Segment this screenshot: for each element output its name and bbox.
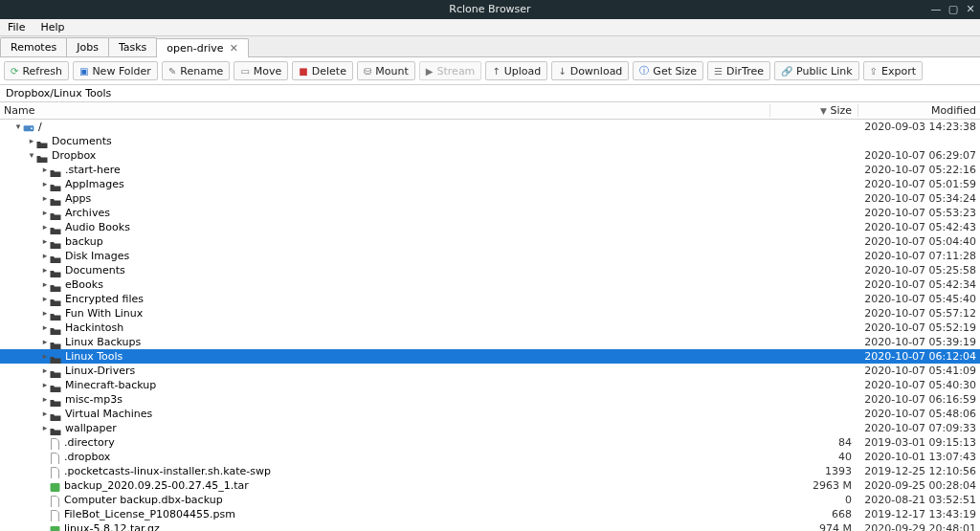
dir-tree-button[interactable]: ☰DirTree <box>707 61 770 80</box>
name-cell: Computer backup.dbx-backup <box>0 493 769 507</box>
file-row[interactable]: backup_2020.09.25-00.27.45_1.tar2963 M20… <box>0 478 980 493</box>
folder-row[interactable]: ▸backup2020-10-07 05:04:40 <box>0 234 980 249</box>
expand-icon[interactable]: ▸ <box>40 292 50 306</box>
expand-icon[interactable]: ▸ <box>40 364 50 378</box>
row-name-label: Documents <box>65 263 125 277</box>
file-row[interactable]: FileBot_License_P10804455.psm6682019-12-… <box>0 507 980 521</box>
modified-cell: 2020-10-07 05:34:24 <box>858 191 980 206</box>
file-tree[interactable]: ▾/2020-09-03 14:23:38▸Documents▾Dropbox2… <box>0 120 980 531</box>
expand-icon[interactable]: ▸ <box>40 392 50 407</box>
folder-row[interactable]: ▸Virtual Machines2020-10-07 05:48:06 <box>0 407 980 421</box>
delete-button[interactable]: ■Delete <box>292 61 353 80</box>
expand-icon[interactable]: ▸ <box>40 378 50 392</box>
file-row[interactable]: linux-5.8.12.tar.gz974 M2020-09-29 20:48… <box>0 521 980 531</box>
folder-row[interactable]: ▸Documents <box>0 134 980 148</box>
modified-cell: 2020-10-07 05:57:12 <box>858 306 980 321</box>
export-button[interactable]: ⇪Export <box>863 61 923 80</box>
folder-row[interactable]: ▸Documents2020-10-07 05:25:58 <box>0 263 980 277</box>
file-row[interactable]: .directory842019-03-01 09:15:13 <box>0 435 980 450</box>
folder-row[interactable]: ▸Disk Images2020-10-07 07:11:28 <box>0 249 980 263</box>
close-icon[interactable]: ✕ <box>230 42 238 55</box>
expand-icon[interactable]: ▸ <box>40 249 50 263</box>
expand-icon[interactable]: ▸ <box>40 321 50 335</box>
file-row[interactable]: Computer backup.dbx-backup02020-08-21 03… <box>0 493 980 507</box>
folder-row[interactable]: ▸Linux Tools2020-10-07 06:12:04 <box>0 349 980 364</box>
expand-icon[interactable]: ▸ <box>40 349 50 364</box>
window-maximize-button[interactable]: ▢ <box>947 0 959 19</box>
folder-row[interactable]: ▸.start-here2020-10-07 05:22:16 <box>0 163 980 177</box>
new-folder-button[interactable]: ▣New Folder <box>73 61 158 80</box>
folder-row[interactable]: ▸Encrypted files2020-10-07 05:45:40 <box>0 292 980 306</box>
modified-cell: 2020-10-01 13:07:43 <box>858 450 980 464</box>
refresh-button[interactable]: ⟳Refresh <box>4 61 69 80</box>
folder-row[interactable]: ▸misc-mp3s2020-10-07 06:16:59 <box>0 392 980 407</box>
expand-icon[interactable]: ▸ <box>40 335 50 349</box>
expand-icon[interactable]: ▸ <box>40 407 50 421</box>
folder-icon <box>50 237 61 247</box>
folder-row[interactable]: ▾Dropbox2020-10-07 06:29:07 <box>0 148 980 163</box>
rename-icon: ✎ <box>168 66 176 77</box>
name-cell: ▸AppImages <box>0 177 769 191</box>
tab-tasks[interactable]: Tasks <box>108 37 157 56</box>
header-modified[interactable]: Modified <box>858 104 980 117</box>
expand-icon[interactable]: ▸ <box>40 206 50 220</box>
modified-cell: 2020-10-07 05:22:16 <box>858 163 980 177</box>
expand-icon[interactable]: ▸ <box>40 263 50 277</box>
window-close-button[interactable]: ✕ <box>965 0 976 19</box>
expand-icon[interactable]: ▸ <box>40 191 50 206</box>
menu-file[interactable]: File <box>0 19 33 35</box>
expand-icon[interactable]: ▸ <box>40 306 50 321</box>
header-name[interactable]: Name <box>0 104 769 117</box>
folder-row[interactable]: ▸Fun With Linux2020-10-07 05:57:12 <box>0 306 980 321</box>
folder-row[interactable]: ▸Archives2020-10-07 05:53:23 <box>0 206 980 220</box>
folder-icon <box>50 266 61 276</box>
download-button[interactable]: ↓Download <box>551 61 629 80</box>
menu-help[interactable]: Help <box>33 19 72 35</box>
file-row[interactable]: .dropbox402020-10-01 13:07:43 <box>0 450 980 464</box>
folder-row[interactable]: ▸Hackintosh2020-10-07 05:52:19 <box>0 321 980 335</box>
folder-row[interactable]: ▸AppImages2020-10-07 05:01:59 <box>0 177 980 191</box>
mount-button[interactable]: ⛁Mount <box>357 61 415 80</box>
expand-icon[interactable]: ▸ <box>40 421 50 435</box>
move-button[interactable]: ▭Move <box>234 61 288 80</box>
expand-icon[interactable]: ▸ <box>27 134 36 148</box>
folder-row[interactable]: ▸Apps2020-10-07 05:34:24 <box>0 191 980 206</box>
public-link-button[interactable]: 🔗Public Link <box>774 61 859 80</box>
row-name-label: Fun With Linux <box>65 306 143 321</box>
name-cell: ▸wallpaper <box>0 421 769 435</box>
folder-row[interactable]: ▸Audio Books2020-10-07 05:42:43 <box>0 220 980 234</box>
name-cell: ▸Linux Backups <box>0 335 769 349</box>
path-bar[interactable]: Dropbox/Linux Tools <box>0 85 980 102</box>
folder-row[interactable]: ▸Linux-Drivers2020-10-07 05:41:09 <box>0 364 980 378</box>
expand-icon[interactable]: ▸ <box>40 234 50 249</box>
collapse-icon[interactable]: ▾ <box>13 120 23 134</box>
tab-label: Remotes <box>11 41 56 54</box>
upload-button[interactable]: ↑Upload <box>485 61 547 80</box>
button-label: Export <box>881 65 916 77</box>
tab-jobs[interactable]: Jobs <box>66 37 109 56</box>
rename-button[interactable]: ✎Rename <box>162 61 231 80</box>
expand-icon[interactable]: ▸ <box>40 277 50 292</box>
folder-row[interactable]: ▸Linux Backups2020-10-07 05:39:19 <box>0 335 980 349</box>
collapse-icon[interactable]: ▾ <box>27 148 36 163</box>
expand-icon[interactable]: ▸ <box>40 177 50 191</box>
name-cell: ▸Virtual Machines <box>0 407 769 421</box>
file-icon <box>50 465 60 477</box>
window-minimize-button[interactable]: — <box>930 0 942 19</box>
folder-row[interactable]: ▸eBooks2020-10-07 05:42:34 <box>0 277 980 292</box>
folder-row[interactable]: ▸wallpaper2020-10-07 07:09:33 <box>0 421 980 435</box>
name-cell: ▸.start-here <box>0 163 769 177</box>
file-icon <box>50 436 60 449</box>
tab-remotes[interactable]: Remotes <box>0 37 67 56</box>
folder-row[interactable]: ▸Minecraft-backup2020-10-07 05:40:30 <box>0 378 980 392</box>
name-cell: .dropbox <box>0 450 769 464</box>
header-size[interactable]: ▼ Size <box>769 104 858 117</box>
tab-open-drive[interactable]: open-drive ✕ <box>156 38 248 57</box>
window-titlebar: Rclone Browser — ▢ ✕ <box>0 0 980 19</box>
file-row[interactable]: .pocketcasts-linux-installer.sh.kate-swp… <box>0 464 980 478</box>
expand-icon[interactable]: ▸ <box>40 163 50 177</box>
folder-row[interactable]: ▾/2020-09-03 14:23:38 <box>0 120 980 134</box>
expand-icon[interactable]: ▸ <box>40 220 50 234</box>
modified-cell: 2020-08-21 03:52:51 <box>858 493 980 507</box>
get-size-button[interactable]: ⓘGet Size <box>633 61 703 80</box>
